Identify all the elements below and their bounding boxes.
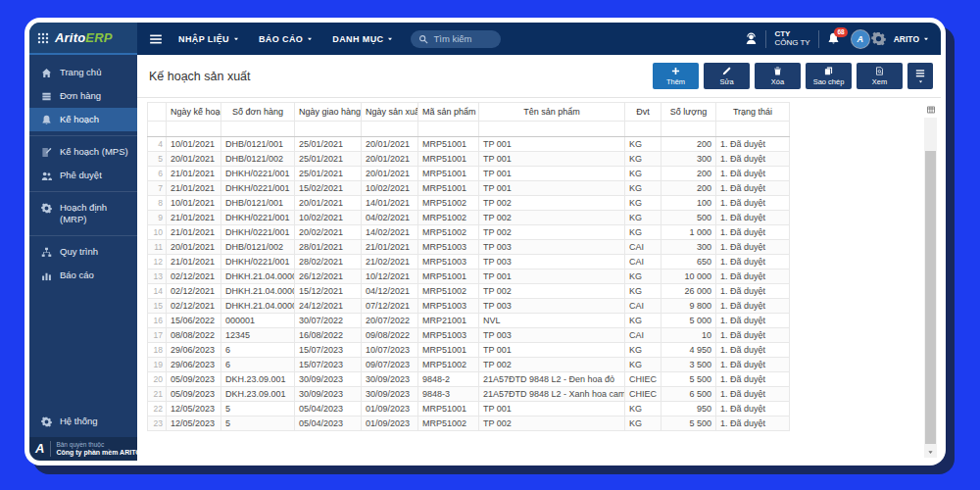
table-row[interactable]: 2312/05/2023505/04/202301/09/2023MRP5100… — [148, 416, 790, 431]
cell-dvt[interactable]: KG — [625, 225, 662, 240]
table-row[interactable]: 1221/01/2021DHKH/0221/00128/02/202121/02… — [148, 255, 790, 270]
menu-bao-cao[interactable]: BÁO CÁO — [259, 34, 313, 44]
cell-ngay-san-xuat[interactable]: 09/07/2023 — [362, 358, 418, 372]
cell-trang-thai[interactable]: 1. Đã duyệt — [716, 314, 790, 328]
menu-danh-muc[interactable]: DANH MỤC — [332, 34, 393, 44]
cell-ngay-ke-hoach[interactable]: 02/12/2021 — [167, 299, 221, 314]
cell-ngay-ke-hoach[interactable]: 20/01/2021 — [167, 240, 221, 255]
cell-ma-san-pham[interactable]: 9848-3 — [418, 387, 479, 402]
cell-so-luong[interactable]: 5 000 — [662, 314, 716, 328]
row-number[interactable]: 6 — [148, 167, 167, 181]
cell-ten-san-pham[interactable]: TP 001 — [479, 270, 625, 284]
apps-grid-icon[interactable] — [37, 32, 49, 44]
cell-ngay-giao-hang[interactable]: 20/01/2021 — [295, 196, 362, 211]
cell-ngay-giao-hang[interactable]: 15/07/2023 — [295, 358, 362, 372]
filter-cell[interactable] — [295, 122, 362, 137]
cell-ngay-ke-hoach[interactable]: 05/09/2023 — [167, 387, 221, 402]
table-row[interactable]: 2212/05/2023505/04/202301/09/2023MRP5100… — [148, 402, 790, 416]
sidebar-item-trang-chu[interactable]: Trang chủ — [29, 61, 137, 84]
cell-ngay-giao-hang[interactable]: 15/07/2023 — [295, 343, 362, 358]
cell-so-don-hang[interactable]: DHKH.21.04.00001 — [221, 284, 295, 299]
table-row[interactable]: 1402/12/2021DHKH.21.04.0000115/12/202104… — [148, 284, 790, 299]
cell-dvt[interactable]: KG — [625, 416, 662, 431]
filter-cell[interactable] — [362, 122, 418, 137]
cell-ngay-ke-hoach[interactable]: 05/09/2023 — [167, 372, 221, 387]
cell-ma-san-pham[interactable]: MRP51002 — [418, 211, 479, 225]
row-number[interactable]: 16 — [148, 314, 167, 328]
cell-trang-thai[interactable]: 1. Đã duyệt — [716, 240, 790, 255]
cell-ngay-ke-hoach[interactable]: 21/01/2021 — [167, 255, 221, 270]
table-row[interactable]: 1120/01/2021DHB/0121/00228/01/202121/01/… — [148, 240, 790, 255]
cell-so-luong[interactable]: 5 500 — [662, 416, 716, 431]
cell-ten-san-pham[interactable]: TP 002 — [479, 284, 625, 299]
row-number[interactable]: 10 — [148, 225, 167, 240]
cell-so-luong[interactable]: 300 — [662, 240, 716, 255]
cell-ngay-giao-hang[interactable]: 05/04/2023 — [295, 416, 362, 431]
cell-so-don-hang[interactable]: DHKH/0221/001 — [221, 181, 295, 196]
cell-so-luong[interactable]: 300 — [662, 152, 716, 167]
column-header-dvt[interactable]: Đvt — [625, 103, 662, 122]
column-header-so-don-hang[interactable]: Số đơn hàng — [221, 103, 295, 122]
sidebar-item-bao-cao[interactable]: Báo cáo — [29, 264, 137, 287]
cell-so-don-hang[interactable]: 000001 — [221, 314, 295, 328]
cell-ngay-ke-hoach[interactable]: 29/06/2023 — [167, 343, 221, 358]
edit-button[interactable]: Sửa — [704, 63, 750, 89]
row-number[interactable]: 5 — [148, 152, 167, 167]
cell-ngay-ke-hoach[interactable]: 10/01/2021 — [167, 137, 221, 152]
cell-ngay-san-xuat[interactable]: 10/12/2021 — [362, 270, 418, 284]
cell-dvt[interactable]: KG — [625, 196, 662, 211]
cell-ten-san-pham[interactable]: TP 002 — [479, 196, 625, 211]
cell-ngay-san-xuat[interactable]: 07/12/2021 — [362, 299, 418, 314]
cell-so-don-hang[interactable]: DHKH.21.04.00001 — [221, 270, 295, 284]
cell-trang-thai[interactable]: 1. Đã duyệt — [716, 270, 790, 284]
cell-ngay-ke-hoach[interactable]: 02/12/2021 — [167, 284, 221, 299]
cell-trang-thai[interactable]: 1. Đã duyệt — [716, 328, 790, 343]
cell-ngay-ke-hoach[interactable]: 21/01/2021 — [167, 167, 221, 181]
support-person-icon[interactable] — [745, 32, 758, 45]
sidebar-item-ke-hoach[interactable]: Kế hoạch — [29, 108, 137, 131]
row-number[interactable]: 22 — [148, 402, 167, 416]
cell-so-luong[interactable]: 10 000 — [662, 270, 716, 284]
cell-ngay-giao-hang[interactable]: 28/02/2021 — [295, 255, 362, 270]
row-number[interactable]: 15 — [148, 299, 167, 314]
cell-trang-thai[interactable]: 1. Đã duyệt — [716, 299, 790, 314]
cell-dvt[interactable]: KG — [625, 137, 662, 152]
cell-dvt[interactable]: CAI — [625, 299, 662, 314]
cell-ma-san-pham[interactable]: MRP51001 — [418, 167, 479, 181]
cell-trang-thai[interactable]: 1. Đã duyệt — [716, 358, 790, 372]
table-row[interactable]: 810/01/2021DHB/0121/00120/01/202114/01/2… — [148, 196, 790, 211]
cell-ngay-ke-hoach[interactable]: 10/01/2021 — [167, 196, 221, 211]
cell-ma-san-pham[interactable]: MRP51001 — [418, 402, 479, 416]
table-row[interactable]: 1302/12/2021DHKH.21.04.0000126/12/202110… — [148, 270, 790, 284]
table-row[interactable]: 2105/09/2023DKH.23.09.00130/09/202330/09… — [148, 387, 790, 402]
cell-ngay-giao-hang[interactable]: 30/09/2023 — [295, 372, 362, 387]
scrollbar-track[interactable] — [924, 118, 937, 446]
filter-cell[interactable] — [418, 122, 479, 137]
cell-so-luong[interactable]: 950 — [662, 402, 716, 416]
cell-ten-san-pham[interactable]: TP 002 — [479, 225, 625, 240]
cell-ngay-ke-hoach[interactable]: 20/01/2021 — [167, 152, 221, 167]
cell-ten-san-pham[interactable]: TP 001 — [479, 181, 625, 196]
row-number[interactable]: 23 — [148, 416, 167, 431]
cell-ngay-san-xuat[interactable]: 20/07/2022 — [362, 314, 418, 328]
hamburger-icon[interactable] — [149, 32, 163, 46]
filter-cell[interactable] — [662, 122, 716, 137]
table-row[interactable]: 1829/06/2023615/07/202310/07/2023MRP5100… — [148, 343, 790, 358]
cell-ngay-san-xuat[interactable]: 30/09/2023 — [362, 387, 418, 402]
cell-so-don-hang[interactable]: DHB/0121/001 — [221, 137, 295, 152]
filter-cell[interactable] — [479, 122, 625, 137]
cell-so-luong[interactable]: 4 950 — [662, 343, 716, 358]
cell-so-don-hang[interactable]: DHB/0121/002 — [221, 240, 295, 255]
sidebar-item-he-thong[interactable]: Hệ thống — [29, 410, 137, 433]
cell-so-don-hang[interactable]: DHKH/0221/001 — [221, 211, 295, 225]
cell-ngay-ke-hoach[interactable]: 12/05/2023 — [167, 402, 221, 416]
cell-trang-thai[interactable]: 1. Đã duyệt — [716, 416, 790, 431]
cell-ma-san-pham[interactable]: MRP51003 — [418, 299, 479, 314]
cell-ma-san-pham[interactable]: MRP51002 — [418, 416, 479, 431]
cell-ngay-ke-hoach[interactable]: 21/01/2021 — [167, 181, 221, 196]
sidebar-item-don-hang[interactable]: Đơn hàng — [29, 84, 137, 108]
table-row[interactable]: 1021/01/2021DHKH/0221/00120/02/202114/02… — [148, 225, 790, 240]
cell-ngay-giao-hang[interactable]: 30/07/2022 — [295, 314, 362, 328]
sidebar-item-phe-duyet[interactable]: Phê duyệt — [29, 164, 137, 187]
cell-ma-san-pham[interactable]: MRP51002 — [418, 358, 479, 372]
